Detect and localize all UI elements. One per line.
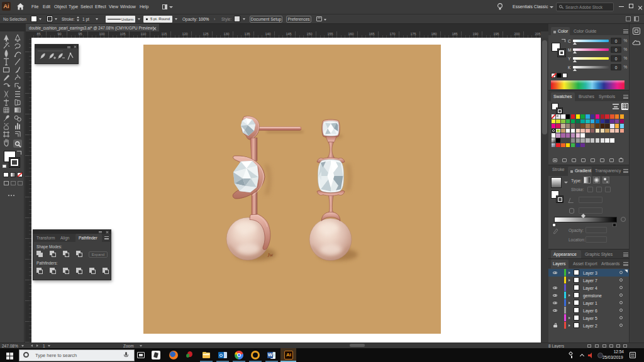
svg-text:Jw: Jw xyxy=(267,252,274,258)
